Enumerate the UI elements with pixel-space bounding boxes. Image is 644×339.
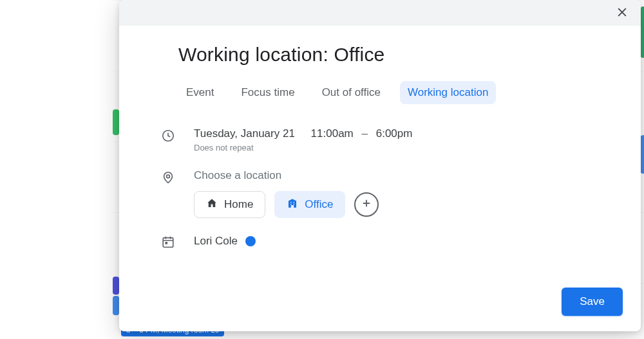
dialog-header [119, 0, 641, 26]
close-icon [616, 6, 629, 21]
start-time-text: 11:00am [311, 127, 354, 140]
calendar-event-stripe [113, 277, 119, 295]
tab-event[interactable]: Event [178, 81, 222, 104]
dialog-footer: Save [119, 288, 641, 331]
calendar-color-dot [245, 236, 256, 246]
time-range-dash: – [362, 127, 368, 140]
calendar-icon [160, 235, 176, 249]
tab-focus-time[interactable]: Focus time [233, 81, 302, 104]
tab-out-of-office[interactable]: Out of office [314, 81, 388, 104]
home-icon [206, 197, 218, 212]
dialog-body: Working location: Office Event Focus tim… [119, 26, 641, 288]
tab-working-location[interactable]: Working location [400, 81, 496, 104]
svg-rect-3 [165, 242, 167, 244]
office-icon [287, 197, 298, 212]
event-type-tabs: Event Focus time Out of office Working l… [178, 81, 615, 104]
plus-icon [361, 197, 372, 212]
choose-location-label: Choose a location [194, 169, 615, 182]
end-time-text: 6:00pm [376, 127, 413, 140]
date-text: Tuesday, January 21 [194, 127, 295, 140]
svg-rect-2 [163, 238, 173, 248]
close-button[interactable] [611, 2, 633, 24]
event-editor-dialog: Working location: Office Event Focus tim… [119, 0, 641, 331]
location-pin-icon [160, 170, 176, 185]
clock-icon [160, 129, 176, 143]
dialog-title: Working location: Office [178, 44, 615, 66]
recurrence-text[interactable]: Does not repeat [194, 143, 615, 152]
location-option-office[interactable]: Office [274, 191, 345, 218]
calendar-owner-name: Lori Cole [194, 235, 238, 248]
location-option-home[interactable]: Home [194, 191, 265, 218]
location-option-label: Home [224, 198, 253, 211]
location-options: Home Office [194, 191, 615, 218]
calendar-row: Lori Cole [160, 235, 615, 249]
location-option-label: Office [305, 198, 333, 211]
save-button[interactable]: Save [562, 288, 623, 316]
datetime-display[interactable]: Tuesday, January 21 11:00am – 6:00pm [194, 127, 615, 140]
calendar-event-stripe [113, 109, 119, 135]
svg-point-1 [167, 175, 170, 178]
location-row: Choose a location Home Office [160, 169, 615, 218]
calendar-owner[interactable]: Lori Cole [194, 235, 615, 248]
calendar-event-stripe [113, 296, 119, 315]
add-location-button[interactable] [354, 192, 379, 217]
time-row: Tuesday, January 21 11:00am – 6:00pm Doe… [160, 127, 615, 152]
